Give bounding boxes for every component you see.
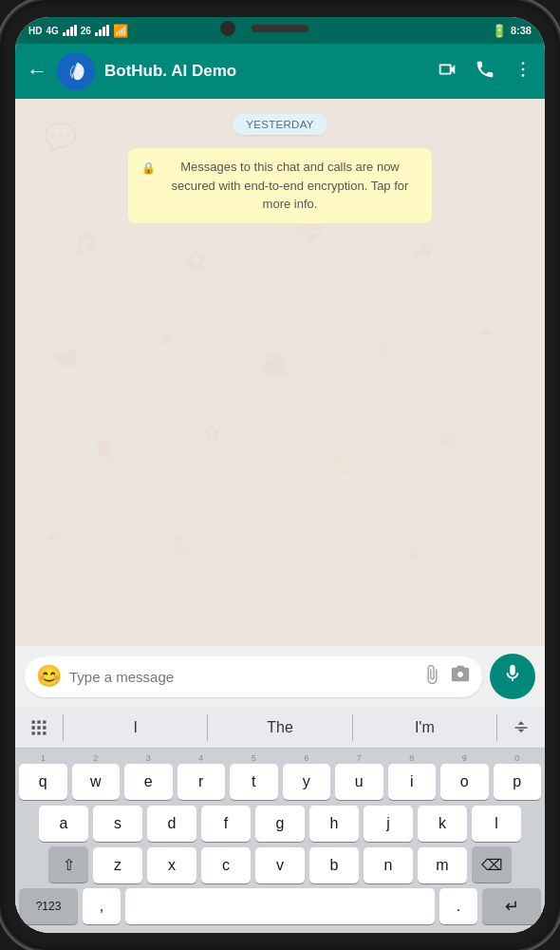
backspace-key[interactable]: ⌫ [472,846,512,883]
key-k[interactable]: k [418,806,467,842]
key-u-wrapper: 7 u [335,754,383,800]
key-h[interactable]: h [309,806,359,842]
key-3-num: 3 [124,754,173,763]
svg-text:✿: ✿ [185,247,206,274]
svg-text:🎵: 🎵 [72,230,99,256]
key-x[interactable]: x [147,847,196,884]
encryption-text: Messages to this chat and calls are now … [161,158,419,214]
status-bar: HD 4G 26 📶 🔋 8:38 [15,17,545,44]
key-f[interactable]: f [201,806,251,842]
key-r[interactable]: r [177,764,226,800]
more-options-button[interactable] [513,59,533,85]
svg-text:⚘: ⚘ [403,542,424,567]
suggestion-the[interactable]: The [208,719,351,736]
key-v[interactable]: v [255,847,305,884]
keyboard-row-2: a s d f g [19,805,541,842]
key-b-wrapper: b [309,846,359,884]
key-e-wrapper: 3 e [124,754,173,800]
key-v-wrapper: v [255,846,305,884]
key-q[interactable]: q [19,764,67,800]
key-q-wrapper: 1 q [19,754,67,800]
svg-text:🌷: 🌷 [166,533,193,559]
message-text-input[interactable] [69,669,414,685]
key-u[interactable]: u [335,764,383,800]
key-s-wrapper: s [93,805,142,842]
date-badge: YESTERDAY [233,114,327,135]
camera-button[interactable] [450,664,471,690]
keyboard-grid-button[interactable] [15,718,63,737]
suggestion-im[interactable]: I'm [353,719,496,736]
key-e[interactable]: e [124,764,173,800]
svg-text:★: ★ [157,328,174,349]
signal-4g: 4G [46,26,58,36]
key-d-wrapper: d [147,805,196,842]
contact-name: BotHub. AI Demo [104,62,427,81]
key-t[interactable]: t [230,764,278,800]
svg-text:☙: ☙ [44,526,61,547]
time-display: 8:38 [511,25,532,36]
keyboard-collapse-button[interactable] [497,718,545,737]
svg-text:✦: ✦ [478,323,495,344]
key-b[interactable]: b [309,847,359,884]
space-key[interactable] [125,888,435,924]
key-c-wrapper: c [201,846,251,884]
key-n[interactable]: n [364,847,413,884]
key-w[interactable]: w [72,764,121,800]
symbols-key[interactable]: ?123 [19,888,78,924]
key-i[interactable]: i [388,764,437,800]
comma-key[interactable]: , [83,888,121,924]
key-g[interactable]: g [255,806,305,842]
video-call-button[interactable] [437,59,457,85]
period-key[interactable]: . [439,888,477,924]
key-x-wrapper: x [147,846,196,884]
carrier-26: 26 [81,26,91,36]
phone-call-button[interactable] [475,59,495,85]
enter-key[interactable]: ↵ [482,888,541,924]
key-m[interactable]: m [418,847,467,884]
message-input-area: 😊 [15,646,545,707]
carrier-hd: HD [28,26,42,36]
key-o[interactable]: o [440,764,489,800]
encryption-notice[interactable]: 🔒 Messages to this chat and calls are no… [128,148,432,223]
key-a[interactable]: a [39,806,88,842]
key-c[interactable]: c [201,847,251,884]
key-s[interactable]: s [93,806,142,842]
key-z-wrapper: z [93,846,142,884]
emoji-button[interactable]: 😊 [36,664,62,689]
signal-bars-1 [63,25,77,36]
key-p-wrapper: 0 p [494,754,542,800]
key-k-wrapper: k [418,805,467,842]
mic-icon [502,663,523,690]
contact-info: BotHub. AI Demo [104,62,427,81]
key-l[interactable]: l [472,806,521,842]
contact-avatar[interactable] [57,52,95,90]
key-z[interactable]: z [93,847,142,884]
key-8-num: 8 [388,754,437,763]
key-t-wrapper: 5 t [230,754,278,800]
key-p[interactable]: p [494,764,542,800]
svg-text:💫: 💫 [327,446,356,474]
key-o-wrapper: 9 o [440,754,489,800]
back-button[interactable]: ← [27,59,47,84]
key-y[interactable]: y [283,764,331,800]
phone-screen: HD 4G 26 📶 🔋 8:38 [15,17,545,933]
svg-point-1 [522,62,525,65]
key-d[interactable]: d [147,806,196,842]
svg-text:☘: ☘ [413,238,434,264]
svg-text:💬: 💬 [44,122,77,153]
mic-button[interactable] [490,654,535,699]
attachment-button[interactable] [421,664,442,690]
key-2-num: 2 [72,754,121,763]
svg-text:🌺: 🌺 [261,352,289,379]
keyboard-row-3: ⇧ z x c v [19,846,541,884]
key-j[interactable]: j [364,806,413,842]
battery-icon: 🔋 [492,24,507,38]
key-y-wrapper: 6 y [283,754,331,800]
svg-text:♡: ♡ [289,517,307,538]
key-6-num: 6 [283,754,331,763]
key-5-num: 5 [230,754,278,763]
suggestion-i[interactable]: I [64,719,207,736]
shift-key[interactable]: ⇧ [48,846,88,883]
keyboard-suggestions: I The I'm [15,707,545,749]
svg-point-3 [522,74,525,77]
